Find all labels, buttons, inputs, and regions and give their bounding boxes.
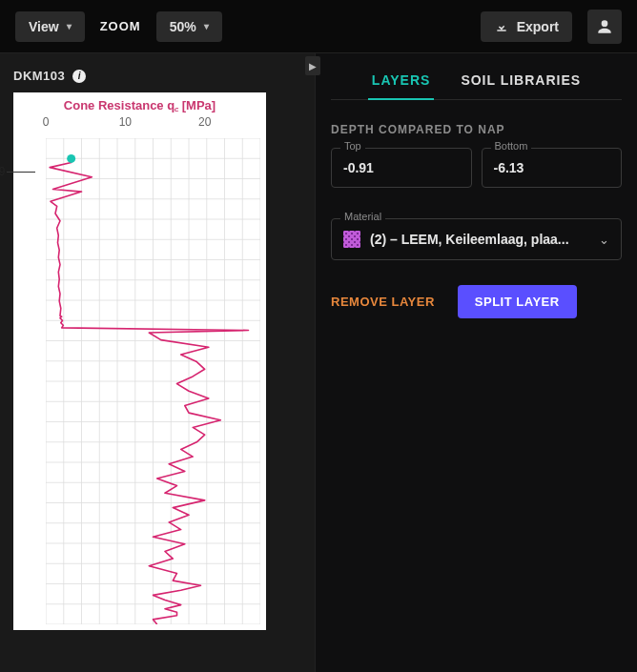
view-label: View (29, 19, 59, 34)
export-button[interactable]: Export (481, 11, 572, 42)
view-dropdown[interactable]: View ▾ (15, 11, 85, 42)
collapse-panel-button[interactable]: ▶ (305, 56, 320, 75)
depth-callout-line (7, 172, 35, 173)
material-field: Material (2) – LEEM, Keileemlaag, plaa..… (331, 218, 622, 260)
topbar: View ▾ ZOOM 50% ▾ Export (0, 0, 637, 53)
chevron-down-icon: ▾ (67, 21, 72, 31)
chart-plot[interactable] (46, 138, 260, 624)
layer-actions: REMOVE LAYER SPLIT LAYER (331, 285, 622, 318)
zoom-label: ZOOM (100, 19, 141, 33)
export-label: Export (517, 19, 559, 34)
chart-xtick: 10 (119, 115, 132, 129)
main: DKM103 i ▶ Cone Resistance q꜀ [MPa] 0102… (0, 53, 637, 672)
bottom-input[interactable] (482, 148, 623, 188)
section-depth-label: DEPTH COMPARED TO NAP (331, 123, 622, 136)
bottom-label: Bottom (491, 140, 532, 152)
bottom-field: Bottom (482, 148, 623, 188)
svg-point-38 (67, 154, 75, 163)
remove-layer-button[interactable]: REMOVE LAYER (331, 295, 435, 309)
zoom-value: 50% (170, 19, 196, 34)
download-icon (494, 19, 509, 34)
chevron-down-icon: ▾ (204, 21, 209, 31)
info-icon[interactable]: i (72, 70, 86, 83)
chevron-down-icon: ⌄ (599, 233, 609, 247)
chart-card: Cone Resistance q꜀ [MPa] 01020 3.29 (13, 92, 266, 630)
split-layer-button[interactable]: SPLIT LAYER (458, 285, 577, 318)
zoom-dropdown[interactable]: 50% ▾ (156, 11, 222, 42)
user-icon (595, 17, 614, 36)
depth-callout: 3.29 (0, 165, 35, 178)
top-input[interactable] (331, 148, 472, 188)
top-field: Top (331, 148, 472, 188)
material-select[interactable]: (2) – LEEM, Keileemlaag, plaa... ⌄ (331, 218, 622, 260)
tab-soil-libraries[interactable]: SOIL LIBRARIES (461, 72, 581, 99)
record-header: DKM103 i (10, 69, 305, 83)
material-label: Material (340, 211, 385, 222)
chart-xtick: 20 (198, 115, 211, 129)
record-id: DKM103 (13, 69, 65, 83)
chart-xtick: 0 (43, 115, 50, 129)
account-button[interactable] (587, 10, 622, 44)
tabs: LAYERS SOIL LIBRARIES (331, 65, 622, 100)
material-value: (2) – LEEM, Keileemlaag, plaa... (370, 232, 589, 247)
top-label: Top (340, 140, 365, 152)
chart-title: Cone Resistance q꜀ [MPa] (13, 92, 266, 113)
right-pane: LAYERS SOIL LIBRARIES DEPTH COMPARED TO … (315, 53, 637, 672)
material-swatch-icon (343, 231, 360, 248)
tab-layers[interactable]: LAYERS (372, 72, 431, 99)
left-pane: DKM103 i ▶ Cone Resistance q꜀ [MPa] 0102… (0, 53, 315, 672)
depth-callout-value: 3.29 (0, 165, 5, 178)
